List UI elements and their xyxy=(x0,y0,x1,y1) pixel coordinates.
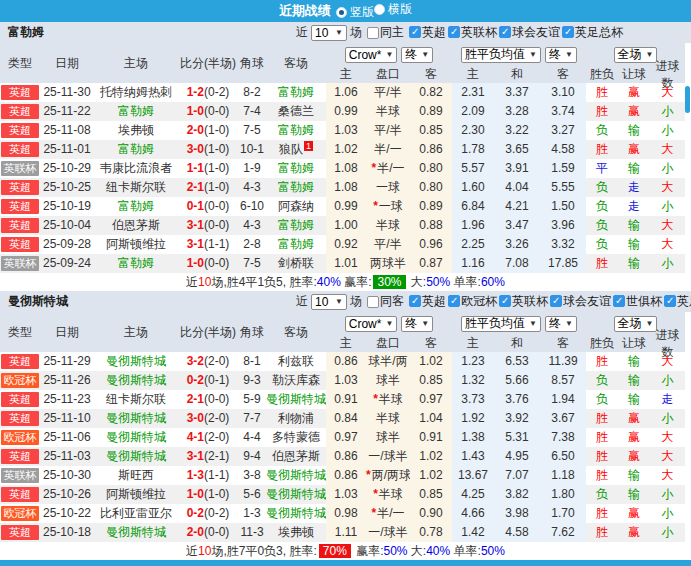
checkbox-icon[interactable] xyxy=(367,27,379,39)
home-team[interactable]: 曼彻斯特城 xyxy=(94,523,178,542)
league-badge: 英超 xyxy=(1,180,39,195)
avg-odds-select[interactable]: 胜平负均值▼ xyxy=(461,316,541,332)
same-venue-checkbox[interactable]: 同主 xyxy=(367,24,404,41)
col-score: 比分(半场) xyxy=(178,324,238,341)
radio-selected-icon[interactable] xyxy=(336,7,347,18)
away-team[interactable]: 勒沃库森 xyxy=(266,371,326,390)
away-team[interactable]: 狼队1 xyxy=(266,140,326,159)
away-team[interactable]: 富勒姆 xyxy=(266,235,326,254)
checkbox-icon[interactable] xyxy=(499,26,511,38)
goals-result-cell: 小 xyxy=(650,121,685,140)
home-team[interactable]: 富勒姆 xyxy=(94,140,178,159)
away-team[interactable]: 富勒姆 xyxy=(266,83,326,102)
corner-score: 1-3 xyxy=(238,504,266,523)
checkbox-icon[interactable] xyxy=(664,295,676,307)
home-team[interactable]: 富勒姆 xyxy=(94,197,178,216)
home-team[interactable]: 曼彻斯特城 xyxy=(94,352,178,371)
away-team[interactable]: 埃弗顿 xyxy=(266,523,326,542)
checkbox-icon[interactable] xyxy=(409,26,421,38)
away-team[interactable]: 富勒姆 xyxy=(266,159,326,178)
home-team[interactable]: 斯旺西 xyxy=(94,466,178,485)
away-team[interactable]: 剑桥联 xyxy=(266,254,326,273)
away-team[interactable]: 富勒姆 xyxy=(266,121,326,140)
checkbox-icon[interactable] xyxy=(613,295,625,307)
away-team[interactable]: 利兹联 xyxy=(266,352,326,371)
checkbox-icon[interactable] xyxy=(499,295,511,307)
same-venue-checkbox[interactable]: 同客 xyxy=(367,293,404,310)
home-team[interactable]: 阿斯顿维拉 xyxy=(94,235,178,254)
goals-result-cell: 大 xyxy=(650,83,685,102)
league-filter-checkbox[interactable]: 世俱杯 xyxy=(613,293,662,310)
league-filter-group: 英超欧冠杯英联杯球会友谊世俱杯英足总杯 xyxy=(407,293,691,311)
home-team[interactable]: 曼彻斯特城 xyxy=(94,409,178,428)
odds-final-select[interactable]: 终▼ xyxy=(401,47,433,63)
league-filter-checkbox[interactable]: 球会友谊 xyxy=(499,24,560,41)
layout-option[interactable]: 竖版 xyxy=(336,4,374,21)
home-team[interactable]: 曼彻斯特城 xyxy=(94,371,178,390)
checkbox-icon[interactable] xyxy=(367,296,379,308)
result-cell: 胜 xyxy=(586,83,618,102)
match-date: 25-10-30 xyxy=(40,466,94,485)
away-team[interactable]: 桑德兰 xyxy=(266,102,326,121)
col-type: 类型 xyxy=(0,324,40,341)
away-team[interactable]: 阿森纳 xyxy=(266,197,326,216)
odds-source-select[interactable]: Crow*▼ xyxy=(345,316,398,332)
avg-final-select[interactable]: 终▼ xyxy=(545,316,577,332)
avg-away: 11.39 xyxy=(540,352,586,371)
home-team[interactable]: 伯恩茅斯 xyxy=(94,216,178,235)
home-team[interactable]: 韦康比流浪者 xyxy=(94,159,178,178)
corner-score: 1-9 xyxy=(238,159,266,178)
home-team[interactable]: 纽卡斯尔联 xyxy=(94,390,178,409)
away-team[interactable]: 利物浦 xyxy=(266,409,326,428)
checkbox-icon[interactable] xyxy=(562,26,574,38)
halftime-score: (2-0) xyxy=(204,411,229,425)
checkbox-icon[interactable] xyxy=(448,295,460,307)
home-team[interactable]: 富勒姆 xyxy=(94,254,178,273)
scrollbar-thumb[interactable] xyxy=(685,86,690,113)
avg-final-select[interactable]: 终▼ xyxy=(545,47,577,63)
table-row: 英超 25-11-10 曼彻斯特城 3-0(2-0) 7-7 利物浦 0.84 … xyxy=(0,409,685,428)
corner-score: 3-8 xyxy=(238,466,266,485)
away-team[interactable]: 曼彻斯特城 xyxy=(266,504,326,523)
away-team[interactable]: 曼彻斯特城 xyxy=(266,485,326,504)
checkbox-icon[interactable] xyxy=(550,295,562,307)
subcol-handicap: 盘口 xyxy=(366,66,410,83)
odds-source-select[interactable]: Crow*▼ xyxy=(345,47,398,63)
league-filter-checkbox[interactable]: 英足总杯 xyxy=(562,24,623,41)
league-filter-checkbox[interactable]: 英联杯 xyxy=(499,293,548,310)
avg-away: 3.10 xyxy=(540,83,586,102)
summary-part: 10 xyxy=(198,544,211,558)
league-filter-checkbox[interactable]: 英联杯 xyxy=(448,24,497,41)
league-filter-checkbox[interactable]: 英超 xyxy=(409,24,446,41)
avg-draw: 3.47 xyxy=(494,216,540,235)
layout-option[interactable]: 横版 xyxy=(374,1,412,18)
games-count-select[interactable]: 10▼ xyxy=(311,294,347,310)
home-team[interactable]: 阿斯顿维拉 xyxy=(94,485,178,504)
checkbox-icon[interactable] xyxy=(409,295,421,307)
league-filter-checkbox[interactable]: 球会友谊 xyxy=(550,293,611,310)
goals-result-cell: 小 xyxy=(650,523,685,542)
odds-final-select[interactable]: 终▼ xyxy=(401,316,433,332)
away-team[interactable]: 富勒姆 xyxy=(266,178,326,197)
home-team[interactable]: 托特纳姆热刺 xyxy=(94,83,178,102)
away-team[interactable]: 曼彻斯特城 xyxy=(266,390,326,409)
home-team[interactable]: 曼彻斯特城 xyxy=(94,447,178,466)
league-filter-checkbox[interactable]: 英超 xyxy=(409,293,446,310)
away-team[interactable]: 多特蒙德 xyxy=(266,428,326,447)
radio-icon[interactable] xyxy=(374,4,385,15)
subcol-avg-away: 客 xyxy=(540,335,586,352)
away-team[interactable]: 富勒姆 xyxy=(266,216,326,235)
league-filter-checkbox[interactable]: 英足总杯 xyxy=(664,293,691,310)
home-team[interactable]: 比利亚雷亚尔 xyxy=(94,504,178,523)
home-team[interactable]: 埃弗顿 xyxy=(94,121,178,140)
avg-odds-select[interactable]: 胜平负均值▼ xyxy=(461,47,541,63)
home-team[interactable]: 纽卡斯尔联 xyxy=(94,178,178,197)
table-row: 英超 25-10-25 纽卡斯尔联 2-1(1-0) 4-3 富勒姆 1.08 … xyxy=(0,178,685,197)
away-team[interactable]: 伯恩茅斯 xyxy=(266,447,326,466)
home-team[interactable]: 富勒姆 xyxy=(94,102,178,121)
games-count-select[interactable]: 10▼ xyxy=(311,25,347,41)
home-team[interactable]: 曼彻斯特城 xyxy=(94,428,178,447)
away-team[interactable]: 曼彻斯特城 xyxy=(266,466,326,485)
checkbox-icon[interactable] xyxy=(448,26,460,38)
league-filter-checkbox[interactable]: 欧冠杯 xyxy=(448,293,497,310)
